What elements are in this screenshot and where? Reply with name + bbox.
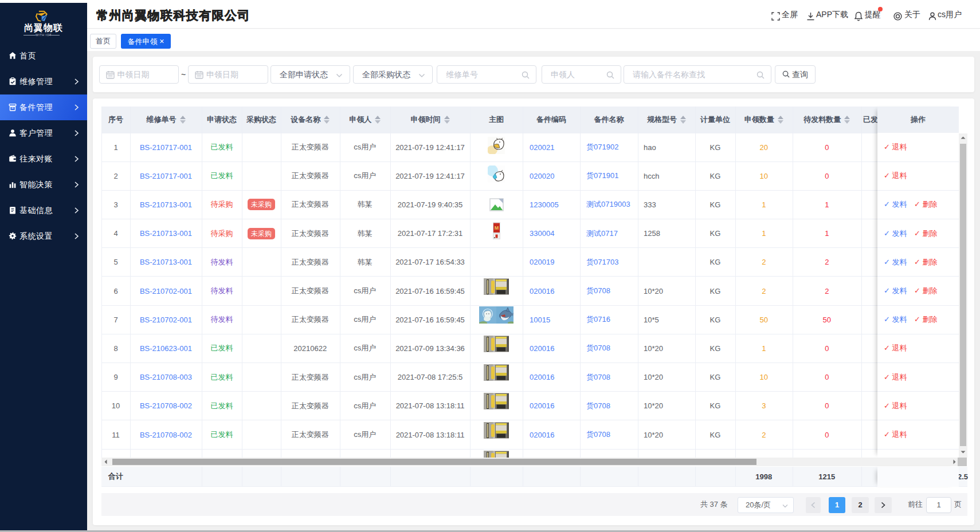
svg-text:M: M bbox=[494, 225, 499, 231]
